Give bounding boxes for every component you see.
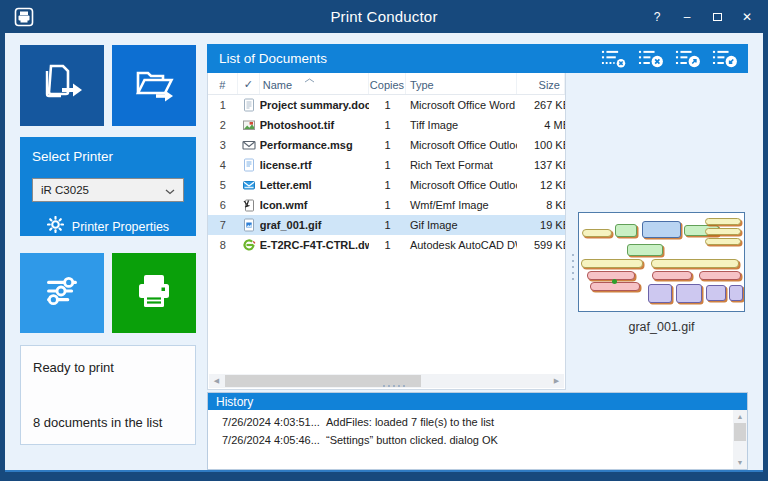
scroll-right-icon[interactable]: ▶ xyxy=(549,377,564,385)
history-scroll-thumb[interactable] xyxy=(734,423,746,441)
print-conductor-window: Print Conductor ? – ✕ Select Printer iR … xyxy=(0,0,768,481)
gear-icon xyxy=(47,216,64,237)
add-files-button[interactable] xyxy=(20,45,104,126)
purge-list-icon[interactable] xyxy=(601,49,627,68)
list-column-headers: # ✓ Name Copies Type Size xyxy=(208,73,565,95)
preview-caption: graf_001.gif xyxy=(578,320,745,334)
table-row[interactable]: 8 E-T2RC-F4T-CTRL.dwg 1 Autodesk AutoCAD… xyxy=(208,235,565,255)
vertical-splitter[interactable] xyxy=(571,254,575,314)
column-header-copies[interactable]: Copies xyxy=(369,73,406,94)
sliders-icon xyxy=(39,268,85,318)
column-header-check[interactable]: ✓ xyxy=(238,73,260,94)
history-header: History xyxy=(208,393,747,410)
history-body: 7/26/2024 4:03:51... AddFiles: loaded 7 … xyxy=(208,410,747,469)
tiff-image-icon xyxy=(238,118,260,132)
chevron-down-icon xyxy=(165,181,175,199)
close-button[interactable]: ✕ xyxy=(740,10,754,24)
history-panel: History 7/26/2024 4:03:51... AddFiles: l… xyxy=(207,392,748,470)
print-button[interactable] xyxy=(112,253,196,333)
clear-list-icon[interactable] xyxy=(638,49,664,68)
column-header-type[interactable]: Type xyxy=(406,73,517,94)
table-row[interactable]: 2 Photoshoot.tif 1 Tiff Image 4 MB xyxy=(208,115,565,135)
add-folder-icon xyxy=(130,60,178,112)
word-doc-icon xyxy=(238,98,260,112)
history-entries: 7/26/2024 4:03:51... AddFiles: loaded 7 … xyxy=(208,410,747,446)
wmf-image-icon xyxy=(238,198,260,212)
rtf-doc-icon xyxy=(238,158,260,172)
history-entry: 7/26/2024 4:03:51... AddFiles: loaded 7 … xyxy=(208,410,747,428)
table-row[interactable]: 4 license.rtf 1 Rich Text Format 137 KB xyxy=(208,155,565,175)
history-scrollbar[interactable]: ▲ ▼ xyxy=(733,410,747,469)
status-count-text: 8 documents in the list xyxy=(33,415,162,430)
select-printer-heading: Select Printer xyxy=(32,149,184,164)
add-files-icon xyxy=(38,60,86,112)
open-list-icon[interactable] xyxy=(712,49,738,68)
printer-select[interactable]: iR C3025 xyxy=(32,178,184,202)
document-list: # ✓ Name Copies Type Size 1 Project summ… xyxy=(207,73,566,390)
history-entry: 7/26/2024 4:05:46... “Settings” button c… xyxy=(208,428,747,446)
table-row[interactable]: 3 Performance.msg 1 Microsoft Office Out… xyxy=(208,135,565,155)
table-row[interactable]: 1 Project summary.docx 1 Microsoft Offic… xyxy=(208,95,565,115)
printer-properties-label: Printer Properties xyxy=(72,220,169,234)
history-title: History xyxy=(216,395,253,409)
column-header-num[interactable]: # xyxy=(208,73,238,94)
column-header-size[interactable]: Size xyxy=(517,73,565,94)
settings-button[interactable] xyxy=(20,253,104,333)
table-row[interactable]: 5 Letter.eml 1 Microsoft Office Outlook.… xyxy=(208,175,565,195)
printer-properties-link[interactable]: Printer Properties xyxy=(32,216,184,237)
horizontal-splitter[interactable] xyxy=(374,384,414,388)
maximize-icon xyxy=(713,13,722,21)
email-icon xyxy=(238,138,260,152)
help-button[interactable]: ? xyxy=(650,10,664,24)
scroll-up-icon[interactable]: ▲ xyxy=(737,410,744,423)
add-folder-button[interactable] xyxy=(112,45,196,126)
scroll-left-icon[interactable]: ◀ xyxy=(209,377,224,385)
printer-select-value: iR C3025 xyxy=(41,184,165,196)
status-box: Ready to print 8 documents in the list xyxy=(20,345,196,445)
dwg-cad-icon xyxy=(238,238,260,252)
list-of-documents-title: List of Documents xyxy=(219,51,327,66)
scroll-down-icon[interactable]: ▼ xyxy=(737,456,744,469)
document-rows: 1 Project summary.docx 1 Microsoft Offic… xyxy=(208,95,565,255)
titlebar[interactable]: Print Conductor ? – ✕ xyxy=(0,0,768,33)
gif-image-icon xyxy=(238,218,260,232)
table-row[interactable]: 7 graf_001.gif 1 Gif Image 19 KB xyxy=(208,215,565,235)
table-row[interactable]: 6 Icon.wmf 1 Wmf/Emf Image 8 KB xyxy=(208,195,565,215)
save-list-icon[interactable] xyxy=(675,49,701,68)
maximize-button[interactable] xyxy=(710,10,724,24)
list-of-documents-bar: List of Documents xyxy=(207,44,748,73)
preview-thumbnail xyxy=(578,212,745,312)
list-toolbar xyxy=(601,49,738,68)
sort-chevron-icon xyxy=(304,73,315,78)
eml-envelope-icon xyxy=(238,178,260,192)
printer-icon xyxy=(130,267,178,319)
content-area: Select Printer iR C3025 Printer Properti… xyxy=(5,33,763,472)
select-printer-panel: Select Printer iR C3025 Printer Properti… xyxy=(20,137,196,236)
minimize-button[interactable]: – xyxy=(680,10,694,24)
status-ready-text: Ready to print xyxy=(33,360,183,375)
